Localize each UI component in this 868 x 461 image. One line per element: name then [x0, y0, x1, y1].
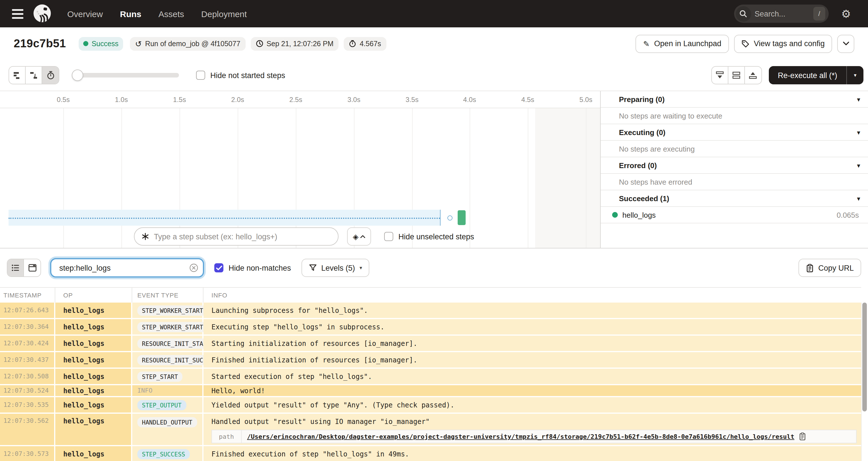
log-row[interactable]: 12:07:30.573 hello_logs STEP_SUCCESS Fin… — [0, 446, 861, 461]
log-row[interactable]: 12:07:30.424 hello_logs RESOURCE_INIT_ST… — [0, 336, 861, 352]
log-filter-inputbox[interactable] — [50, 258, 204, 278]
metadata-path-link[interactable]: /Users/erincochran/Desktop/dagster-examp… — [241, 433, 797, 440]
section-executing[interactable]: Executing (0) ▾ — [601, 124, 868, 141]
axis-tick: 5.0s — [579, 96, 592, 104]
event-type-pill[interactable]: STEP_OUTPUT — [137, 400, 186, 410]
axis-tick: 0.5s — [57, 96, 69, 104]
section-succeeded[interactable]: Succeeded (1) ▾ — [601, 190, 868, 207]
step-status-panel: Preparing (0) ▾ No steps are waiting to … — [600, 91, 868, 248]
dagster-logo[interactable] — [32, 3, 53, 24]
log-filter-input[interactable] — [58, 263, 189, 273]
layers-icon: ◈ — [353, 232, 359, 241]
log-row[interactable]: 12:07:30.437 hello_logs RESOURCE_INIT_SU… — [0, 352, 861, 369]
event-type-pill[interactable]: STEP_SUCCESS — [137, 449, 190, 459]
view-tags-config-button[interactable]: View tags and config — [734, 34, 832, 53]
chevron-down-icon — [843, 41, 849, 45]
slider-knob[interactable] — [72, 69, 83, 81]
nav-item-runs[interactable]: Runs — [120, 9, 141, 19]
run-id-title: 219c7b51 — [14, 37, 66, 50]
global-search[interactable]: / — [734, 5, 829, 23]
reexecute-split-button: Re-execute all (*) ▾ — [769, 66, 863, 84]
gantt-zoom-slider[interactable] — [72, 69, 179, 81]
hide-unselected-checkbox[interactable] — [384, 232, 393, 241]
scrollbar-thumb[interactable] — [862, 303, 867, 411]
nav-item-assets[interactable]: Assets — [158, 9, 184, 19]
section-preparing-title: Preparing (0) — [619, 95, 664, 103]
log-row[interactable]: 12:07:30.508 hello_logs STEP_START Start… — [0, 369, 861, 385]
start-time-tag[interactable]: Sep 21, 12:07:26 PM — [250, 37, 339, 51]
log-message: Finished initialization of resources [io… — [204, 352, 861, 368]
log-row[interactable]: 12:07:30.562 hello_logs HANDLED_OUTPUT H… — [0, 414, 861, 446]
open-in-launchpad-button[interactable]: ✎ Open in Launchpad — [636, 34, 728, 53]
hide-non-matches-checkbox[interactable] — [214, 263, 223, 272]
expand-logs-button[interactable] — [712, 67, 728, 84]
waterfall-gantt-icon — [29, 71, 38, 80]
funnel-icon — [309, 264, 317, 272]
axis-tick: 1.0s — [115, 96, 128, 104]
duration-tag[interactable]: 4.567s — [344, 37, 386, 51]
status-dot-icon — [83, 41, 88, 46]
hide-not-started-label: Hide not started steps — [210, 71, 285, 80]
step-subset-inputbox[interactable] — [134, 227, 339, 246]
copy-url-button[interactable]: Copy URL — [798, 259, 861, 277]
axis-tick: 3.5s — [405, 96, 418, 104]
succeeded-step-row[interactable]: hello_logs 0.065s — [601, 207, 868, 223]
gantt-step-bar[interactable] — [458, 210, 466, 225]
copy-path-icon[interactable] — [797, 432, 808, 440]
clear-filter-icon[interactable] — [189, 263, 198, 272]
gridline — [528, 108, 528, 248]
run-actions-chevron-button[interactable] — [837, 34, 854, 53]
hide-not-started-option[interactable]: Hide not started steps — [196, 71, 285, 80]
log-row[interactable]: 12:07:26.643 hello_logs STEP_WORKER_STAR… — [0, 303, 861, 319]
log-message: Executing step "hello_logs" in subproces… — [204, 319, 861, 335]
log-row[interactable]: 12:07:30.364 hello_logs STEP_WORKER_STAR… — [0, 319, 861, 336]
event-type-pill[interactable]: STEP_START — [137, 371, 182, 381]
gear-icon[interactable]: ⚙ — [838, 8, 854, 20]
caret-down-icon[interactable]: ▾ — [857, 129, 860, 135]
checkmark-icon — [216, 265, 222, 270]
section-preparing[interactable]: Preparing (0) ▾ — [601, 91, 868, 108]
expand-gantt-button[interactable] — [745, 67, 761, 84]
log-list-view-button[interactable] — [7, 259, 24, 276]
gantt-timed-view-button[interactable] — [42, 67, 59, 84]
dagster-run-page: Overview Runs Assets Deployment / ⚙ 219c… — [0, 0, 868, 461]
hide-unselected-option[interactable]: Hide unselected steps — [384, 232, 474, 241]
levels-filter-button[interactable]: Levels (5) ▾ — [301, 259, 370, 277]
split-panels-button[interactable] — [728, 67, 745, 84]
tag-icon — [741, 40, 749, 48]
pencil-icon: ✎ — [643, 39, 650, 48]
caret-down-icon[interactable]: ▾ — [857, 96, 860, 102]
section-executing-title: Executing (0) — [619, 128, 665, 136]
log-structured-view-button[interactable] — [24, 259, 40, 276]
reexecute-dropdown-button[interactable]: ▾ — [846, 66, 863, 84]
run-of-tag[interactable]: ↺ Run of demo_job @ 4f105077 — [130, 37, 245, 51]
menu-icon[interactable] — [8, 4, 27, 23]
step-name: hello_logs — [622, 211, 656, 219]
list-icon — [11, 263, 20, 272]
log-row[interactable]: 12:07:30.535 hello_logs STEP_OUTPUT Yiel… — [0, 397, 861, 414]
gantt-waterfall-view-button[interactable] — [26, 67, 42, 84]
reexecute-all-button[interactable]: Re-execute all (*) — [769, 66, 846, 84]
hide-unselected-label: Hide unselected steps — [398, 232, 474, 241]
nav-item-deployment[interactable]: Deployment — [201, 9, 247, 19]
nav-item-overview[interactable]: Overview — [67, 9, 103, 19]
hide-not-started-checkbox[interactable] — [196, 71, 205, 80]
log-timestamp: 12:07:30.535 — [0, 397, 55, 412]
log-op: hello_logs — [55, 397, 132, 412]
log-scrollbar[interactable] — [861, 303, 868, 461]
caret-down-icon[interactable]: ▾ — [857, 162, 860, 168]
log-op: hello_logs — [55, 352, 132, 368]
gantt-time-axis: 0.5s 1.0s 1.5s 2.0s 2.5s 3.0s 3.5s 4.0s … — [0, 91, 600, 108]
section-errored[interactable]: Errored (0) ▾ — [601, 157, 868, 174]
gantt-flat-view-button[interactable] — [9, 67, 26, 84]
step-subset-input[interactable] — [149, 232, 331, 241]
graph-query-selector-button[interactable]: ◈ — [347, 227, 371, 246]
hide-non-matches-option[interactable]: Hide non-matches — [214, 263, 291, 272]
caret-down-icon[interactable]: ▾ — [857, 195, 860, 202]
gantt-overflow-zone — [535, 108, 600, 248]
status-badge: Success — [79, 37, 123, 51]
search-input[interactable] — [751, 9, 813, 18]
log-row-user[interactable]: 12:07:30.524 hello_logs INFO Hello, worl… — [0, 385, 861, 397]
open-in-launchpad-label: Open in Launchpad — [654, 39, 721, 48]
event-type-pill[interactable]: HANDLED_OUTPUT — [137, 417, 197, 427]
